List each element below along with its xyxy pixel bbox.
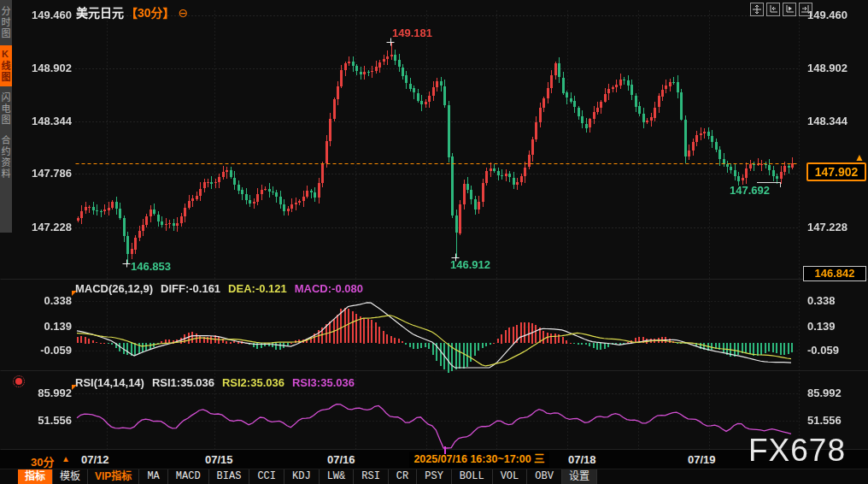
recent-low-annotation: 147.692: [730, 184, 770, 197]
cursor-time-box: 2025/07/16 16:30~17:00 三: [409, 452, 549, 468]
rsi2-value: RSI2:35.036: [222, 376, 284, 389]
rsi1-value: RSI1:35.036: [152, 376, 214, 389]
period-selector[interactable]: 30分: [31, 453, 54, 469]
toolbar-tab-VIP指标[interactable]: VIP指标: [88, 469, 139, 484]
axis-tick-label: 147.228: [807, 221, 847, 233]
axis-tick-label: 0.338: [807, 294, 836, 307]
macd-hist-value: MACD:-0.080: [295, 282, 363, 295]
time-axis: 30分 ▲ 2025/07/16 16:30~17:00 三 07/1207/1…: [0, 450, 868, 469]
alert-dot-icon: [15, 378, 22, 385]
candlestick-chart[interactable]: [0, 0, 868, 484]
toolbar-tab-MACD[interactable]: MACD: [168, 469, 209, 484]
chart-tool-icons: [750, 3, 812, 16]
toolbar-tab-BOLL[interactable]: BOLL: [452, 469, 493, 484]
macd-params: MACD(26,12,9): [75, 282, 153, 295]
axis-tick-label: 149.460: [807, 9, 847, 21]
sidebar-item-4[interactable]: 合约资料: [0, 132, 12, 183]
period-dropdown-arrow-icon[interactable]: ▲: [62, 454, 70, 463]
toolbar-tab-RSI[interactable]: RSI: [354, 469, 389, 484]
rsi-params: RSI(14,14,14): [75, 376, 144, 389]
axis-tick-label: 51.556: [807, 414, 842, 427]
toolbar-tab-CCI[interactable]: CCI: [249, 469, 284, 484]
sidebar-item-3[interactable]: 闪电图: [0, 89, 12, 129]
axis-tick-label: -0.059: [0, 344, 72, 357]
watermark: FX678: [748, 433, 846, 469]
macd-dea-value: DEA:-0.121: [228, 282, 287, 295]
date-label: 07/18: [568, 453, 596, 466]
axis-tick-label: 0.139: [0, 320, 72, 333]
date-label: 07/15: [205, 453, 233, 466]
price-up-arrow-icon: ▲: [854, 151, 865, 163]
rsi3-value: RSI3:35.036: [292, 376, 355, 389]
sidebar-item-2[interactable]: K线图: [0, 45, 12, 86]
date-label: 07/19: [688, 453, 716, 466]
low-price-annotation-2: 146.912: [450, 258, 490, 271]
axis-tick-label: 148.902: [807, 62, 847, 74]
crosshair-icon[interactable]: [750, 3, 764, 16]
toolbar-tab-VOL[interactable]: VOL: [493, 469, 528, 484]
cursor-tick: [444, 446, 446, 454]
symbol-name: 美元日元: [76, 6, 124, 20]
toolbar-tab-LW&[interactable]: LW&: [320, 469, 355, 484]
period-label: 【30分】: [126, 6, 175, 20]
axis-tick-label: 85.992: [807, 387, 842, 399]
chart-shift-left-icon[interactable]: [766, 3, 780, 16]
toolbar-tab-PSY[interactable]: PSY: [417, 469, 452, 484]
axis-tick-label: 0.338: [0, 294, 72, 307]
chart-title: 美元日元【30分】⊖: [76, 3, 188, 21]
macd-diff-value: DIFF:-0.161: [161, 282, 220, 295]
axis-tick-label: -0.059: [807, 344, 839, 357]
toolbar-tab-KDJ[interactable]: KDJ: [284, 469, 320, 484]
toolbar-tab-OBV[interactable]: OBV: [527, 469, 562, 484]
date-label: 07/12: [81, 453, 109, 466]
collapse-icon[interactable]: ⊖: [179, 6, 189, 20]
rsi-indicator-row: RSI(14,14,14)RSI1:35.036RSI2:35.036RSI3:…: [75, 376, 355, 389]
bottom-toolbar: 指标模板VIP指标MAMACDBIASCCIKDJLW&RSICRPSYBOLL…: [0, 469, 868, 484]
toolbar-tab-CR[interactable]: CR: [389, 469, 417, 484]
axis-tick-label: 0.139: [807, 320, 836, 333]
current-price-box: 147.902: [806, 162, 866, 181]
toolbar-tab-模板[interactable]: 模板: [53, 469, 88, 484]
range-low-box: 146.842: [803, 266, 866, 281]
chart-play-icon[interactable]: [783, 3, 796, 16]
toolbar-tab-MA[interactable]: MA: [139, 469, 167, 484]
toolbar-tab-设置[interactable]: 设置: [562, 469, 597, 484]
toolbar-tab-BIAS[interactable]: BIAS: [209, 469, 250, 484]
sidebar-item-1[interactable]: 分时图: [0, 3, 12, 43]
high-price-annotation: 149.181: [392, 27, 432, 39]
pane-resize-wedge[interactable]: [72, 385, 77, 390]
axis-tick-label: 85.992: [0, 387, 72, 399]
date-label: 07/16: [327, 453, 355, 466]
low-price-annotation-1: 146.853: [131, 260, 171, 273]
macd-indicator-row: MACD(26,12,9)DIFF:-0.161DEA:-0.121MACD:-…: [75, 282, 363, 295]
sidebar: 分时图K线图闪电图合约资料: [0, 0, 12, 233]
axis-tick-label: 51.556: [0, 414, 72, 427]
toolbar-tab-指标[interactable]: 指标: [18, 469, 53, 484]
axis-tick-label: 148.344: [807, 115, 847, 127]
pane-resize-wedge[interactable]: [72, 291, 77, 296]
